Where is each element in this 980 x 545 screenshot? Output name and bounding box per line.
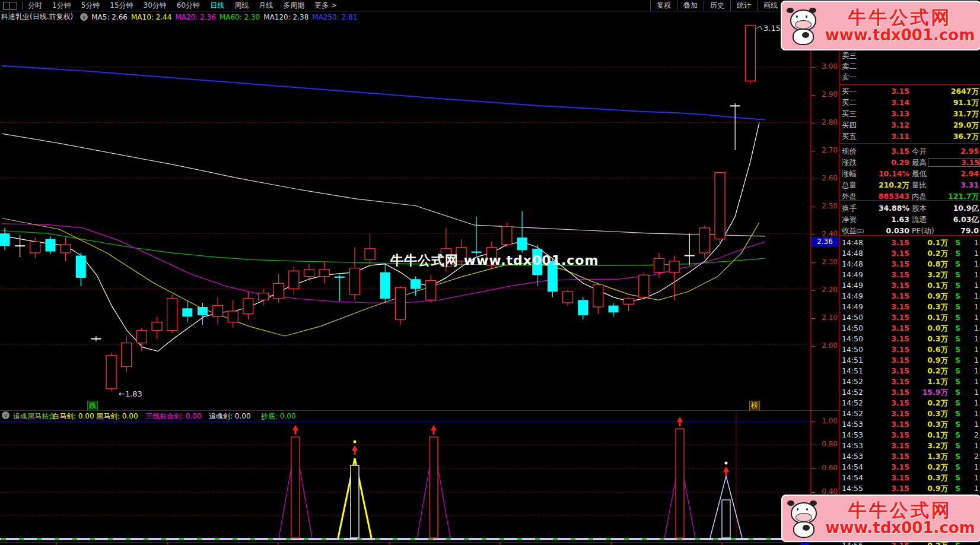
trade-time: 14:53 [842,441,863,450]
period-tab-60分钟[interactable]: 60分钟 [177,1,200,11]
period-tab-多周期[interactable]: 多周期 [283,1,304,11]
period-tab-5分钟[interactable]: 5分钟 [81,1,100,11]
trade-count: 1 [969,398,979,407]
trade-volume: 0.1万 [906,238,948,248]
price-scale-label: 0.80 [812,440,838,448]
candlestick-chart[interactable]: ←1.833.15 [0,22,839,411]
info-value: 0.29 [858,158,909,167]
trade-direction: S [955,345,960,354]
trade-time: 14:52 [842,388,863,397]
buy-level-price: 3.15 [868,87,909,96]
indicator-name[interactable]: 追魂黑马粘合 [13,411,56,422]
trade-price: 3.15 [874,441,909,450]
ad-banner-bottom[interactable]: 牛牛公式网 www.tdx001.com [781,495,980,542]
period-tab-日线[interactable]: 日线 [210,1,224,11]
buy-level-price: 3.14 [868,98,909,107]
trade-direction: S [955,270,960,279]
trade-volume: 1.3万 [906,452,948,462]
trade-count: 1 [969,409,979,418]
ad-banner-top[interactable]: 牛牛公式网 www.tdx001.com [781,1,980,50]
trade-time: 14:54 [842,462,863,471]
center-watermark: 牛牛公式网 www.tdx001.com [390,252,599,270]
toolbar-button-统计[interactable]: 统计 [730,1,757,11]
buy-level-volume: 91.1万 [925,98,979,108]
trade-direction: S [955,281,960,290]
trade-price: 3.15 [874,398,909,407]
indicator-field: 三线粘合剑: 0.00 [145,411,202,422]
trade-count: 1 [969,420,979,429]
trade-volume: 0.2万 [906,249,948,259]
period-tab-15分钟[interactable]: 15分钟 [110,1,133,11]
panel-separator [0,410,839,411]
chevron-down-icon[interactable]: ∨ [80,13,88,21]
trade-time: 14:52 [842,398,863,407]
trade-volume: 0.3万 [906,302,948,312]
period-tab-分时[interactable]: 分时 [28,1,42,11]
indicator-chart[interactable] [0,411,839,545]
trading-terminal: 分时1分钟5分钟15分钟30分钟60分钟日线周线月线多周期更多 > 复权叠加历史… [0,0,980,545]
trade-time: 14:52 [842,409,863,418]
trade-volume: 0.9万 [906,356,948,366]
trade-volume: 0.9万 [906,291,948,302]
info-value: 1.63 [858,215,909,224]
info-value: 885343 [858,192,909,201]
ma-value-MA20: MA20: 2.36 [175,13,215,21]
trade-time: 14:55 [842,484,863,493]
toolbar-button-历史[interactable]: 历史 [704,1,730,11]
trade-count: 1 [969,345,979,354]
trade-price: 3.15 [874,484,909,493]
trade-count: 1 [969,366,979,375]
trade-price: 3.15 [874,452,909,461]
badge-bang: 榜 [749,401,760,411]
sell-level-label: 卖三 [842,51,857,61]
price-scale-label: 2.30 [812,258,838,266]
indicator-field: 追魂剑: 0.00 [209,411,251,422]
trade-time: 14:50 [842,345,863,354]
toolbar-button-叠加[interactable]: 叠加 [677,1,704,11]
info-value: 121.7万 [928,192,979,202]
trade-direction: S [955,409,960,418]
trade-time: 14:48 [842,259,863,268]
buy-level-price: 3.13 [868,109,909,118]
period-tab-更多 >[interactable]: 更多 > [314,1,337,11]
period-tab-30分钟[interactable]: 30分钟 [144,1,167,11]
info-label: 今开 [912,147,927,157]
toolbar-button-复权[interactable]: 复权 [650,1,677,11]
info-label: 现价 [842,147,857,157]
trade-count: 1 [969,238,979,247]
trade-direction: S [955,356,960,365]
trade-count: 1 [969,462,979,471]
trade-volume: 0.9万 [906,484,948,494]
trade-volume: 0.2万 [906,366,948,376]
trade-direction: S [955,334,960,343]
buy-level-label: 买三 [842,109,857,119]
info-label: 量比 [912,180,927,191]
period-tab-月线[interactable]: 月线 [259,1,273,11]
trade-count: 2 [969,430,979,439]
toolbar-button-画线[interactable]: 画线 [757,1,784,11]
banner-url: www.tdx001.com [820,27,980,43]
trade-direction: S [955,398,960,407]
period-tab-周线[interactable]: 周线 [234,1,249,11]
window-split-icon[interactable] [3,2,17,9]
quote-rule-2 [839,143,980,144]
chevron-down-icon[interactable]: ∨ [2,411,9,419]
trade-time: 14:49 [842,281,863,290]
trade-price: 3.15 [874,324,909,332]
trade-time: 14:53 [842,452,863,461]
svg-text:←1.83: ←1.83 [119,389,142,398]
trade-count: 1 [969,281,979,290]
banner-url: www.tdx001.com [820,520,980,536]
trade-time: 14:53 [842,430,863,439]
info-label: 换手 [842,204,857,214]
trade-price: 3.15 [874,377,909,386]
trade-time: 14:51 [842,366,863,375]
bottom-border [0,542,980,543]
period-tab-1分钟[interactable]: 1分钟 [52,1,71,11]
info-label: 股本 [912,204,927,214]
badge-die: 跌 [87,401,98,411]
trade-price: 3.15 [874,313,909,322]
trade-time: 14:52 [842,377,863,386]
trade-volume: 0.8万 [906,259,948,270]
buy-level-volume: 29.0万 [925,121,979,131]
